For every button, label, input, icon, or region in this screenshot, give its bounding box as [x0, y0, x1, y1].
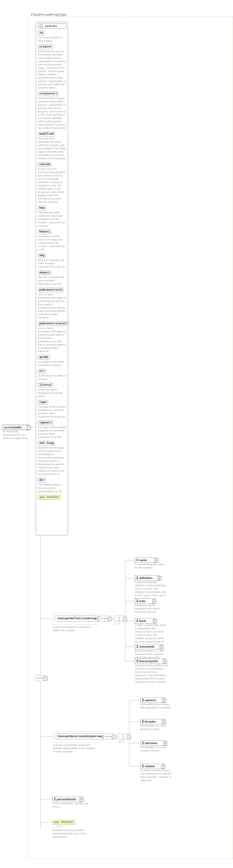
expand-icon[interactable]: [158, 576, 162, 580]
any-other-bottom[interactable]: any ##other: [52, 820, 75, 825]
leaf-label: sameAs: [145, 699, 156, 702]
choice-compositor-def[interactable]: [114, 616, 125, 622]
attr-box[interactable]: id: [38, 31, 44, 35]
any-other-box[interactable]: any ##other: [38, 495, 61, 500]
attr-why: whyWhy the metadata has been included - …: [38, 253, 66, 269]
root-element-accountable[interactable]: accountable: [3, 425, 29, 430]
attr-box[interactable]: typeuri: [38, 421, 53, 425]
sequence-compositor-def[interactable]: [99, 616, 110, 622]
leaf-persondetails[interactable]: personDetails: [52, 797, 82, 802]
attr-desc: One or many constraints that apply to pu…: [38, 327, 66, 353]
element-marker-icon: [137, 576, 138, 579]
attr-box[interactable]: literal: [38, 383, 53, 388]
concept-relationships-group[interactable]: ConceptRelationshipsGroup: [55, 734, 105, 740]
sequence-compositor-main[interactable]: [35, 675, 46, 681]
element-marker-icon: [137, 559, 138, 561]
attr-box[interactable]: whyuri: [38, 271, 51, 275]
leaf-remoteinfo[interactable]: remoteInfo: [135, 644, 162, 649]
attr-desc: A qualified code which identifies a conc…: [38, 360, 66, 367]
attr-desc: Specifies the language of this property …: [38, 446, 66, 476]
attr-box[interactable]: type: [38, 400, 48, 405]
expand-icon[interactable]: [43, 676, 48, 680]
expand-icon[interactable]: [152, 599, 156, 603]
attr-box[interactable]: xml:lang: [38, 441, 55, 445]
leaf-label: remoteInfo: [139, 645, 155, 648]
element-marker-icon: [142, 699, 144, 702]
attr-creator: creatorIf the property value is not defi…: [38, 44, 66, 90]
expand-icon[interactable]: [108, 617, 112, 621]
leaf-note[interactable]: note: [135, 598, 155, 604]
leaf-name[interactable]: name: [135, 558, 157, 563]
attr-xmllang: xml:langSpecifies the language of this p…: [38, 441, 66, 476]
attr-box[interactable]: how: [38, 206, 46, 210]
attr-literal: literalA free-text value assigned as pro…: [38, 383, 66, 398]
leaf-narrower[interactable]: narrower: [141, 741, 166, 746]
leaf-label: related: [145, 765, 155, 768]
sequence-compositor-rel[interactable]: [103, 734, 114, 740]
leaf-broader[interactable]: broader: [141, 719, 164, 724]
attr-box[interactable]: pubconstraint: [38, 288, 64, 292]
concept-definition-group[interactable]: ConceptDefinitionGroup: [55, 616, 100, 622]
expand-icon[interactable]: [27, 426, 31, 430]
leaf-definition[interactable]: definition: [135, 576, 160, 581]
attr-uri: uriA URI which identifies a concept.: [38, 369, 66, 381]
attr-box[interactable]: custom: [38, 162, 51, 167]
attr-dir: dirThe directionality of textual content…: [38, 478, 66, 493]
group-label: ConceptDefinitionGroup: [58, 617, 97, 620]
collapse-icon: [40, 25, 42, 28]
attr-box[interactable]: qcode: [38, 355, 50, 360]
sequence-dots-icon: [101, 618, 109, 620]
attr-qcode: qcodeA qualified code which identifies a…: [38, 355, 66, 367]
expand-icon[interactable]: [161, 765, 165, 769]
leaf-persondetails-desc: A set of properties specific to a person: [52, 802, 89, 809]
leaf-facet[interactable]: facet: [135, 618, 155, 624]
attr-box[interactable]: creatoruri: [38, 92, 58, 96]
attributes-header[interactable]: attributes: [38, 24, 66, 29]
diagram-canvas: FlexPersonPropType: [0, 0, 233, 868]
expand-icon[interactable]: [162, 699, 166, 703]
choice-compositor-rel[interactable]: [118, 734, 129, 740]
attr-box[interactable]: creator: [38, 44, 53, 49]
expand-icon[interactable]: [80, 798, 84, 802]
expand-icon[interactable]: [163, 742, 167, 745]
attr-desc: A URI which identifies a concept.: [38, 374, 66, 381]
leaf-label: facet: [139, 619, 146, 623]
concept-definition-group-desc: A group of properties required to define…: [53, 626, 92, 632]
expand-icon[interactable]: [153, 619, 157, 623]
attr-box[interactable]: why: [38, 253, 46, 258]
attr-box[interactable]: uri: [38, 369, 46, 374]
element-marker-icon: [142, 765, 144, 768]
attr-how: howIndicates by which means the value wa…: [38, 206, 66, 227]
attributes-header-label: attributes: [45, 25, 57, 28]
expand-icon[interactable]: [154, 559, 158, 562]
attr-desc: One or many constraints that apply to pu…: [38, 293, 66, 319]
attr-desc: A free-text value assigned as property v…: [38, 388, 66, 398]
attr-typeuri: typeuriThe type of the concept assigned …: [38, 421, 66, 439]
leaf-related[interactable]: related: [141, 764, 164, 769]
element-marker-icon: [137, 659, 138, 662]
cardinality-rel: 0..∞: [119, 740, 124, 743]
expand-icon[interactable]: [162, 720, 166, 724]
expand-icon[interactable]: [112, 735, 116, 739]
expand-icon[interactable]: [159, 645, 164, 649]
attr-box[interactable]: modified: [38, 132, 55, 136]
attr-pubconstraint: pubconstraintOne or many constraints tha…: [38, 288, 66, 319]
attr-desc: The directionality of textual content (e…: [38, 483, 66, 493]
element-marker-icon: [142, 742, 144, 744]
concept-relationships-group-outline: ConceptRelationshipsGroup: [52, 732, 103, 743]
root-element-label: accountable: [4, 426, 22, 429]
attr-box[interactable]: pubconstrainturi: [38, 321, 69, 326]
attr-desc: The local identifier of the property.: [38, 36, 66, 42]
attr-box[interactable]: dir: [38, 478, 46, 483]
expand-icon[interactable]: [163, 659, 167, 663]
leaf-note-desc: Additional natural language information …: [135, 604, 165, 614]
expand-icon[interactable]: [123, 617, 127, 621]
leaf-sameas[interactable]: sameAs: [141, 698, 164, 703]
any-other-bottom-desc: Extension point for provider-defined pro…: [52, 829, 89, 839]
leaf-hierarchyinfo[interactable]: hierarchyInfo: [135, 659, 165, 664]
attr-desc: If set to true the corresponding propert…: [38, 167, 66, 204]
attr-box[interactable]: howuri: [38, 229, 51, 234]
leaf-label: narrower: [145, 742, 158, 745]
expand-icon[interactable]: [127, 735, 131, 739]
attr-type: typeThe type of the concept assigned as …: [38, 400, 66, 418]
